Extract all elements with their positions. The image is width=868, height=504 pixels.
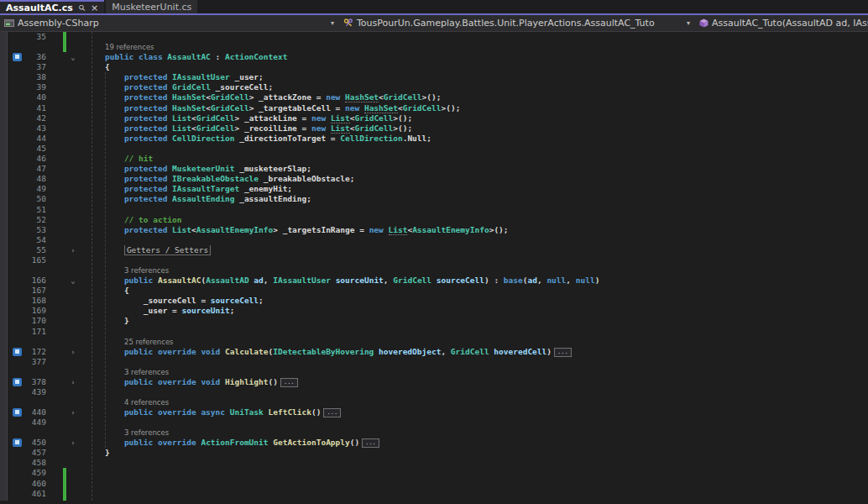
code-line[interactable]: 39 protected GridCell _sourceCell;	[0, 82, 868, 92]
code-line[interactable]: 50 protected AssaultEnding _assaultEndin…	[0, 194, 868, 204]
fold-chevron-icon[interactable]: ⌄	[66, 276, 80, 286]
inheritance-margin-icon[interactable]	[13, 348, 22, 356]
line-number[interactable]: 462	[24, 499, 46, 501]
code-line[interactable]: 40 protected HashSet<GridCell> _attackZo…	[0, 92, 868, 102]
line-number[interactable]: 50	[24, 194, 46, 204]
line-number[interactable]: 165	[24, 255, 46, 265]
line-number[interactable]: 460	[24, 479, 46, 489]
code-line[interactable]: 439	[0, 387, 868, 397]
line-number[interactable]: 54	[24, 235, 46, 245]
fold-chevron-icon[interactable]: ›	[66, 377, 80, 387]
code-line[interactable]: 165	[0, 255, 868, 265]
line-number[interactable]: 440	[24, 407, 46, 417]
code-line[interactable]: 45	[0, 144, 868, 154]
tab-assaultac[interactable]: AssaultAC.cs ⚲ ×	[0, 0, 104, 13]
line-number[interactable]: 46	[24, 154, 46, 164]
code-line[interactable]: 37{	[0, 62, 868, 72]
code-line[interactable]: 449	[0, 417, 868, 428]
line-number[interactable]: 457	[24, 448, 46, 458]
code-line[interactable]: 19 references	[0, 42, 868, 52]
codelens-link[interactable]: 25 references	[105, 338, 174, 346]
code-line[interactable]: 450› public override ActionFromUnit GetA…	[0, 438, 868, 448]
close-icon[interactable]: ×	[91, 3, 98, 13]
line-number[interactable]: 166	[24, 276, 46, 286]
code-line[interactable]: 25 references	[0, 337, 868, 347]
code-line[interactable]: 3 references	[0, 428, 868, 438]
code-line[interactable]: 458	[0, 458, 868, 468]
fold-chevron-icon[interactable]: ⌄	[66, 52, 80, 62]
collapsed-body-box[interactable]: ...	[323, 408, 341, 417]
dropdown-arrow-icon[interactable]: ▾	[687, 19, 690, 27]
line-number[interactable]: 171	[24, 327, 46, 337]
code-line[interactable]: 47 protected MusketeerUnit _musketeerSla…	[0, 164, 868, 174]
inheritance-margin-icon[interactable]	[13, 408, 22, 417]
line-number[interactable]: 167	[24, 286, 46, 296]
code-line[interactable]: 35	[0, 32, 868, 42]
code-line[interactable]: 53 protected List<AssaultEnemyInfo> _tar…	[0, 225, 868, 235]
dropdown-arrow-icon[interactable]: ▾	[331, 19, 334, 27]
member-dropdown[interactable]: AssaultAC_Tuto(AssaultAD ad, IAssaultUse…	[695, 15, 868, 31]
codelens-link[interactable]: 19 references	[105, 43, 154, 51]
line-number[interactable]: 49	[24, 184, 46, 194]
code-line[interactable]: 46 // hit	[0, 154, 868, 164]
line-number[interactable]: 44	[24, 134, 46, 144]
line-number[interactable]: 439	[24, 387, 46, 397]
line-number[interactable]: 47	[24, 164, 46, 174]
line-number[interactable]: 35	[24, 32, 46, 42]
line-number[interactable]: 378	[24, 377, 46, 387]
line-number[interactable]: 458	[24, 458, 46, 468]
line-number[interactable]: 449	[24, 417, 46, 428]
inheritance-margin-icon[interactable]	[13, 53, 22, 61]
fold-chevron-icon[interactable]: ›	[66, 407, 80, 417]
code-line[interactable]: 461	[0, 489, 868, 499]
code-line[interactable]: 171	[0, 327, 868, 337]
line-number[interactable]: 461	[24, 489, 46, 499]
code-line[interactable]: 42 protected List<GridCell> _attackLine …	[0, 113, 868, 123]
code-line[interactable]: 377	[0, 357, 868, 367]
line-number[interactable]: 45	[24, 144, 46, 154]
line-number[interactable]: 51	[24, 205, 46, 215]
line-number[interactable]: 52	[24, 215, 46, 225]
line-number[interactable]: 168	[24, 296, 46, 306]
inheritance-margin-icon[interactable]	[13, 378, 22, 386]
line-number[interactable]: 172	[24, 347, 46, 357]
line-number[interactable]: 42	[24, 113, 46, 123]
line-number[interactable]: 40	[24, 92, 46, 102]
code-line[interactable]: 167 {	[0, 286, 868, 296]
line-number[interactable]: 39	[24, 82, 46, 92]
line-number[interactable]: 37	[24, 62, 46, 72]
namespace-dropdown[interactable]: TousPourUn.Gameplay.Battles.Unit.PlayerA…	[339, 15, 695, 31]
line-number[interactable]: 43	[24, 123, 46, 134]
code-line[interactable]: 459	[0, 468, 868, 478]
code-line[interactable]: 52 // to action	[0, 215, 868, 225]
line-number[interactable]: 450	[24, 438, 46, 448]
inheritance-margin-icon[interactable]	[13, 438, 22, 447]
line-number[interactable]: 55	[24, 245, 46, 255]
line-number[interactable]: 38	[24, 72, 46, 82]
code-line[interactable]: 51	[0, 205, 868, 215]
code-line[interactable]: 440› public override async UniTask LeftC…	[0, 407, 868, 417]
line-number[interactable]: 48	[24, 174, 46, 184]
project-dropdown[interactable]: Assembly-CSharp ▾	[0, 15, 339, 31]
code-line[interactable]: 169 _user = sourceUnit;	[0, 306, 868, 316]
code-line[interactable]: 460	[0, 479, 868, 489]
line-number[interactable]: 36	[24, 52, 46, 62]
code-line[interactable]: 166⌄ public AssaultAC(AssaultAD ad, IAss…	[0, 276, 868, 286]
fold-chevron-icon[interactable]: ›	[66, 245, 80, 255]
code-line[interactable]: 43 protected List<GridCell> _recoilLine …	[0, 123, 868, 134]
code-line[interactable]: 3 references	[0, 367, 868, 377]
line-number[interactable]: 41	[24, 103, 46, 113]
collapsed-body-box[interactable]: ...	[280, 378, 298, 387]
code-editor[interactable]: 3519 references36⌄public class AssaultAC…	[0, 32, 868, 501]
code-line[interactable]: 41 protected HashSet<GridCell> _targetab…	[0, 103, 868, 113]
code-line[interactable]: 38 protected IAssaultUser _user;	[0, 72, 868, 82]
code-line[interactable]: 48 protected IBreakableObstacle _breakab…	[0, 174, 868, 184]
code-line[interactable]: 168 _sourceCell = sourceCell;	[0, 296, 868, 306]
line-number[interactable]: 377	[24, 357, 46, 367]
code-line[interactable]: 54	[0, 235, 868, 245]
code-line[interactable]: 4 references	[0, 397, 868, 407]
code-line[interactable]: 170 }	[0, 316, 868, 326]
tab-musketeerunit[interactable]: MusketeerUnit.cs	[106, 0, 197, 13]
line-number[interactable]: 53	[24, 225, 46, 235]
codelens-link[interactable]: 3 references	[105, 266, 169, 275]
